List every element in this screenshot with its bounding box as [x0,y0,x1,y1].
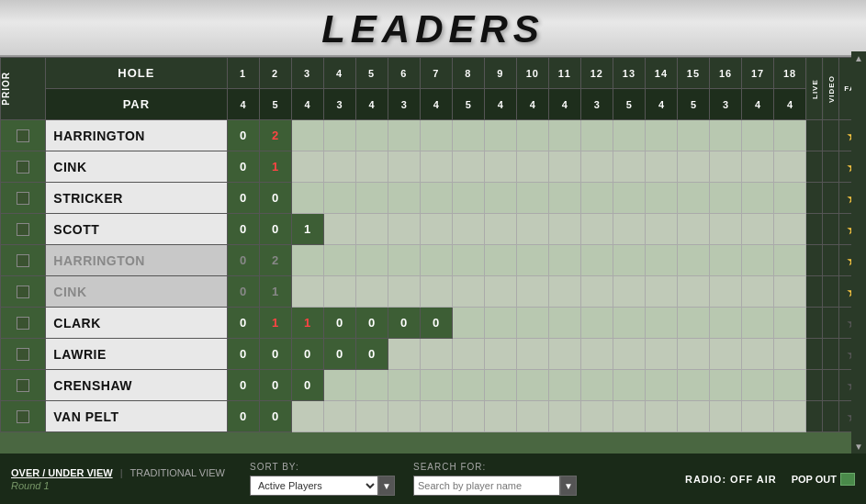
score-cell-hole-9 [484,151,516,183]
score-cell-hole-7 [420,401,452,432]
score-cell-hole-10 [516,276,548,308]
popout-btn[interactable]: POP OUT [792,473,855,486]
score-cell-hole-14 [645,183,677,214]
video-cell [823,214,839,245]
score-cell-hole-9 [484,370,516,401]
live-cell [806,245,823,276]
score-cell-hole-11 [548,245,580,276]
score-cell-hole-14 [645,120,677,151]
hole-7: 7 [420,58,452,89]
score-cell-hole-13 [613,151,645,183]
par-6: 3 [388,89,420,120]
score-cell-hole-1: 0 [227,308,259,339]
scroll-up[interactable]: ▲ [854,53,863,63]
footer-left: OVER / UNDER VIEW | TRADITIONAL VIEW Rou… [11,467,231,491]
sort-select-wrap: Active Players Name Score ▼ [250,476,395,496]
search-label: SEARCH FOR: [413,462,577,472]
score-cell-hole-8 [452,151,484,183]
score-cell-hole-1: 0 [227,370,259,401]
score-cell-hole-12 [580,120,613,151]
search-input[interactable] [413,476,560,496]
hole-11: 11 [548,58,580,89]
live-cell [806,308,823,339]
score-cell-hole-14 [645,339,677,370]
score-cell-hole-5 [355,151,388,183]
score-cell-hole-6 [388,370,420,401]
score-cell-hole-13 [613,245,645,276]
table-row: SCOTT001★ [1,214,866,245]
score-cell-hole-18 [774,151,806,183]
score-cell-hole-11 [548,151,580,183]
score-cell-hole-13 [613,276,645,308]
score-cell-hole-5 [355,245,388,276]
score-cell-hole-14 [645,308,677,339]
score-cell-hole-5 [355,401,388,432]
score-cell-hole-12 [580,370,613,401]
player-name: LAWRIE [46,339,227,370]
par-header-row: PAR 4 5 4 3 4 3 4 5 4 4 4 3 5 4 5 3 [1,89,866,120]
score-cell-hole-17 [742,370,774,401]
header: LEADERS [0,0,866,57]
score-cell-hole-10 [516,183,548,214]
score-cell-hole-17 [742,214,774,245]
score-cell-hole-5 [355,370,388,401]
par-10: 4 [516,89,548,120]
table-row: CINK01★ [1,151,866,183]
score-cell-hole-3 [291,120,323,151]
score-cell-hole-15 [677,308,709,339]
score-cell-hole-2: 0 [259,370,291,401]
score-cell-hole-5 [355,214,388,245]
score-cell-hole-15 [677,214,709,245]
score-cell-hole-14 [645,401,677,432]
score-cell-hole-7 [420,151,452,183]
live-cell [806,276,823,308]
scroll-down[interactable]: ▼ [854,442,863,452]
hole-15: 15 [677,58,709,89]
player-name: CRENSHAW [46,370,227,401]
score-cell-hole-11 [548,308,580,339]
par-5: 4 [355,89,388,120]
table-row: LAWRIE00000★ [1,339,866,370]
score-cell-hole-14 [645,214,677,245]
score-cell-hole-13 [613,401,645,432]
score-cell-hole-12 [580,401,613,432]
par-4: 3 [323,89,355,120]
sort-select[interactable]: Active Players Name Score [250,476,378,496]
score-cell-hole-18 [774,370,806,401]
par-3: 4 [291,89,323,120]
score-cell-hole-8 [452,308,484,339]
prior-cell [1,120,46,151]
player-name: CINK [46,276,227,308]
score-cell-hole-18 [774,276,806,308]
par-11: 4 [548,89,580,120]
score-cell-hole-16 [709,183,741,214]
score-cell-hole-4 [323,401,355,432]
search-dropdown-btn[interactable]: ▼ [560,476,577,496]
score-cell-hole-12 [580,276,613,308]
video-cell [823,370,839,401]
over-under-view-btn[interactable]: OVER / UNDER VIEW [11,467,113,478]
hole-13: 13 [613,58,645,89]
score-cell-hole-8 [452,370,484,401]
score-cell-hole-15 [677,401,709,432]
prior-cell [1,370,46,401]
traditional-view-btn[interactable]: TRADITIONAL VIEW [129,467,225,478]
prior-cell [1,276,46,308]
score-cell-hole-18 [774,245,806,276]
score-cell-hole-16 [709,370,741,401]
score-cell-hole-7 [420,245,452,276]
player-name: HARRINGTON [46,245,227,276]
score-cell-hole-16 [709,401,741,432]
score-cell-hole-5: 0 [355,308,388,339]
score-cell-hole-8 [452,339,484,370]
prior-cell [1,308,46,339]
par-label: PAR [46,89,227,120]
score-cell-hole-18 [774,120,806,151]
score-cell-hole-17 [742,308,774,339]
sort-dropdown-btn[interactable]: ▼ [378,476,395,496]
live-header: LIVE [806,58,823,120]
video-cell [823,276,839,308]
video-cell [823,151,839,183]
score-cell-hole-4 [323,370,355,401]
score-cell-hole-12 [580,308,613,339]
